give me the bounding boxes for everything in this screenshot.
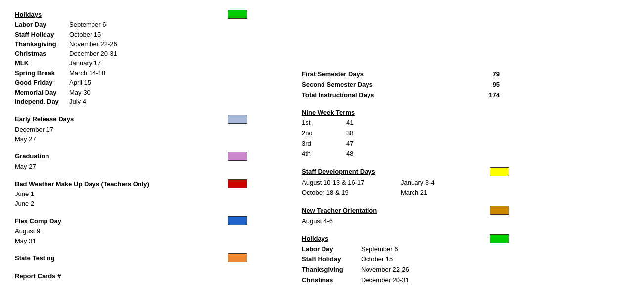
r-holiday-label-3: Christmas (302, 275, 361, 286)
early-release-item-1: December 17 (15, 125, 292, 135)
holidays-color-box (228, 10, 247, 19)
nine-week-title: Nine Week Terms (302, 109, 355, 116)
stats-row-second-semester: Second Semester Days 95 (302, 80, 500, 90)
staff-dev-header: Staff Development Days (302, 167, 509, 176)
bad-weather-title: Bad Weather Make Up Days (Teachers Only) (15, 180, 223, 188)
r-holiday-label-0: Labor Day (302, 244, 361, 255)
total-value: 174 (489, 90, 500, 100)
state-testing-section: State Testing (15, 253, 292, 262)
holiday-item-staff-holiday: Staff Holiday October 15 (15, 30, 292, 40)
staff-dev-dates: August 10-13 & 16-17 January 3-4 October… (302, 178, 629, 198)
right-holidays-title: Holidays (302, 235, 328, 242)
new-teacher-date: August 4-6 (302, 216, 629, 226)
right-column: First Semester Days 79 Second Semester D… (292, 10, 629, 292)
r-holiday-label-2: Thanksgiving (302, 265, 361, 275)
flex-comp-section: Flex Comp Day August 9 May 31 (15, 216, 292, 245)
stats-row-first-semester: First Semester Days 79 (302, 69, 500, 80)
nine-week-row-1: 1st 41 (302, 118, 629, 128)
graduation-title: Graduation (15, 152, 223, 160)
staff-dev-date-2-col1: October 18 & 19 (302, 188, 401, 198)
second-semester-value: 95 (493, 80, 500, 90)
holiday-item-labor-day: Labor Day September 6 (15, 20, 292, 30)
holidays-title: Holidays (15, 11, 223, 18)
state-testing-title: State Testing (15, 254, 223, 262)
flex-comp-item-1: August 9 (15, 226, 292, 236)
second-semester-label: Second Semester Days (302, 80, 373, 90)
bad-weather-item-2: June 2 (15, 199, 292, 209)
staff-dev-date-1-col1: August 10-13 & 16-17 (302, 178, 401, 188)
nine-week-section: Nine Week Terms 1st 41 2nd 38 3rd 47 4th… (302, 109, 629, 159)
nine-week-row-4: 4th 48 (302, 149, 629, 159)
flex-comp-item-2: May 31 (15, 236, 292, 246)
r-holiday-value-1: October 15 (361, 254, 450, 265)
flex-comp-title: Flex Comp Day (15, 217, 223, 225)
stats-block: First Semester Days 79 Second Semester D… (302, 69, 629, 100)
staff-dev-date-1-col2: January 3-4 (401, 178, 475, 188)
first-semester-label: First Semester Days (302, 69, 364, 80)
holidays-section: Holidays Labor Day September 6 Staff Hol… (15, 10, 292, 107)
holiday-item-mlk: MLK January 17 (15, 58, 292, 68)
right-holidays-section: Holidays Labor Day September 6 Staff Hol… (302, 234, 629, 286)
graduation-color-box (228, 152, 247, 161)
left-column: Holidays Labor Day September 6 Staff Hol… (15, 10, 292, 292)
bad-weather-item-1: June 1 (15, 189, 292, 199)
report-cards-label: Report Cards # (15, 272, 61, 280)
new-teacher-title: New Teacher Orientation (302, 207, 377, 214)
new-teacher-color-box (490, 206, 509, 215)
right-holidays-color-box (490, 234, 509, 243)
bad-weather-section: Bad Weather Make Up Days (Teachers Only)… (15, 179, 292, 208)
holiday-item-memorial-day: Memorial Day May 30 (15, 88, 292, 97)
r-holiday-value-0: September 6 (361, 244, 450, 255)
staff-development-section: Staff Development Days August 10-13 & 16… (302, 167, 629, 198)
staff-dev-date-2-col2: March 21 (401, 188, 475, 198)
new-teacher-section: New Teacher Orientation August 4-6 (302, 206, 629, 226)
r-holiday-label-1: Staff Holiday (302, 254, 361, 265)
main-layout: Holidays Labor Day September 6 Staff Hol… (15, 10, 629, 292)
graduation-item-1: May 27 (15, 162, 292, 172)
state-testing-color-box (228, 253, 247, 262)
holiday-item-good-friday: Good Friday April 15 (15, 78, 292, 88)
early-release-section: Early Release Days December 17 May 27 (15, 115, 292, 144)
new-teacher-header: New Teacher Orientation (302, 206, 509, 215)
holiday-item-thanksgiving: Thanksgiving November 22-26 (15, 39, 292, 49)
early-release-color-box (228, 115, 247, 124)
early-release-item-2: May 27 (15, 134, 292, 144)
report-cards-section: Report Cards # (15, 272, 292, 280)
r-holiday-value-3: December 20-31 (361, 275, 450, 286)
right-holidays-grid: Labor Day September 6 Staff Holiday Octo… (302, 244, 629, 286)
bad-weather-color-box (228, 179, 247, 188)
first-semester-value: 79 (493, 69, 500, 80)
holiday-item-spring-break: Spring Break March 14-18 (15, 68, 292, 78)
nine-week-row-3: 3rd 47 (302, 139, 629, 149)
graduation-section: Graduation May 27 (15, 152, 292, 172)
staff-dev-title: Staff Development Days (302, 168, 375, 175)
early-release-title: Early Release Days (15, 115, 223, 123)
staff-dev-color-box (490, 167, 509, 176)
flex-comp-color-box (228, 216, 247, 225)
total-label: Total Instructional Days (302, 90, 374, 100)
right-holidays-header: Holidays (302, 234, 509, 243)
nine-week-row-2: 2nd 38 (302, 128, 629, 139)
r-holiday-value-2: November 22-26 (361, 265, 450, 275)
stats-row-total: Total Instructional Days 174 (302, 90, 500, 100)
holiday-item-independence-day: Independ. Day July 4 (15, 97, 292, 107)
holiday-item-christmas: Christmas December 20-31 (15, 49, 292, 59)
